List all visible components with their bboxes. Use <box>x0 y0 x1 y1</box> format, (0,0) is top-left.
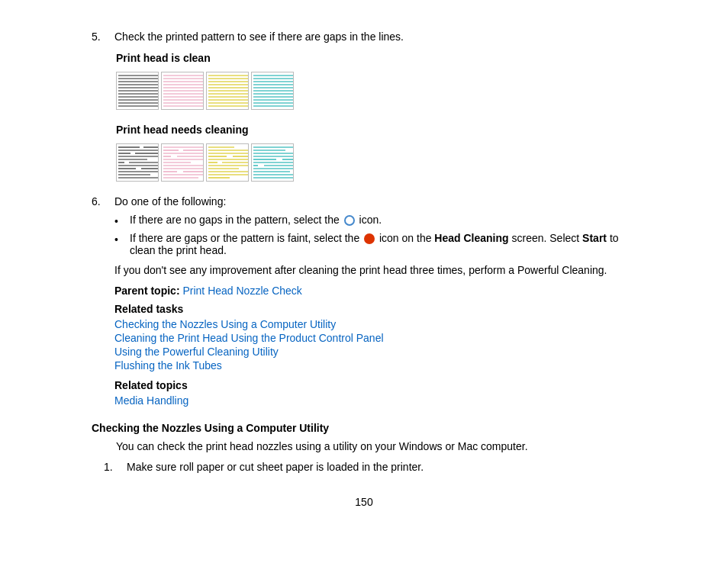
related-topics-header: Related topics <box>114 379 636 391</box>
step-6: 6. Do one of the following: • If there a… <box>92 195 636 410</box>
clean-pattern-yellow <box>206 72 249 110</box>
related-task-link-3[interactable]: Flushing the Ink Tubes <box>114 359 636 372</box>
related-task-link-2[interactable]: Using the Powerful Cleaning Utility <box>114 346 636 358</box>
dirty-label: Print head needs cleaning <box>116 124 636 136</box>
clean-pattern-black <box>116 72 159 110</box>
clean-pattern-pink <box>161 72 204 110</box>
page-content: 5. Check the printed pattern to see if t… <box>0 0 728 554</box>
new-step-1-text: Make sure roll paper or cut sheet paper … <box>127 461 636 473</box>
bullet-2: • If there are gaps or the pattern is fa… <box>114 232 636 256</box>
step-6-bullets: • If there are no gaps in the pattern, s… <box>114 214 636 256</box>
bullet-1-content: If there are no gaps in the pattern, sel… <box>130 214 382 226</box>
bullet-1-pre: If there are no gaps in the pattern, sel… <box>130 214 340 226</box>
bullet-2-bold: Head Cleaning <box>434 232 508 244</box>
dirty-pattern-cyan <box>251 143 294 182</box>
bullet-1-post: icon. <box>359 214 382 226</box>
step-5-number: 5. <box>92 31 107 43</box>
related-tasks-links: Checking the Nozzles Using a Computer Ut… <box>114 318 636 372</box>
parent-topic: Parent topic: Print Head Nozzle Check <box>114 285 636 297</box>
dirty-pattern-pink <box>161 143 204 182</box>
improvement-text: If you don't see any improvement after c… <box>114 262 636 278</box>
dirty-pattern-yellow <box>206 143 249 182</box>
page-number: 150 <box>92 496 636 508</box>
related-task-link-1[interactable]: Cleaning the Print Head Using the Produc… <box>114 332 636 344</box>
dirty-pattern <box>116 143 636 182</box>
step-6-body: Do one of the following: • If there are … <box>114 195 636 410</box>
bullet-2-dot: • <box>114 233 124 246</box>
step-5-text: Check the printed pattern to see if ther… <box>114 31 636 43</box>
new-step-1-number: 1. <box>104 461 119 473</box>
related-tasks-header: Related tasks <box>114 303 636 315</box>
clean-label-section: Print head is clean <box>116 52 636 182</box>
step-6-text: Do one of the following: <box>114 195 636 208</box>
bullet-1: • If there are no gaps in the pattern, s… <box>114 214 636 227</box>
section-desc: You can check the print head nozzles usi… <box>116 439 636 455</box>
parent-topic-link[interactable]: Print Head Nozzle Check <box>182 285 301 297</box>
section-heading: Checking the Nozzles Using a Computer Ut… <box>92 422 636 434</box>
clean-label: Print head is clean <box>116 52 636 64</box>
bullet-2-start: Start <box>582 232 607 244</box>
step-5: 5. Check the printed pattern to see if t… <box>92 31 636 43</box>
clean-pattern-cyan <box>251 72 294 110</box>
bullet-2-mid: icon on the <box>379 232 432 244</box>
dirty-pattern-black <box>116 143 159 182</box>
clean-pattern <box>116 72 636 110</box>
bullet-2-content: If there are gaps or the pattern is fain… <box>130 232 636 256</box>
step-6-number: 6. <box>92 195 107 410</box>
related-topics-links: Media Handling <box>114 394 636 407</box>
bullet-2-post: screen. Select <box>511 232 579 244</box>
clean-icon <box>344 215 355 226</box>
bullet-1-dot: • <box>114 215 124 227</box>
bullet-2-pre: If there are gaps or the pattern is fain… <box>130 232 359 244</box>
dirty-icon <box>364 233 375 244</box>
related-task-link-0[interactable]: Checking the Nozzles Using a Computer Ut… <box>114 318 636 330</box>
related-topic-link-0[interactable]: Media Handling <box>114 394 636 407</box>
new-step-1: 1. Make sure roll paper or cut sheet pap… <box>104 461 636 473</box>
parent-topic-label: Parent topic: <box>114 285 180 297</box>
